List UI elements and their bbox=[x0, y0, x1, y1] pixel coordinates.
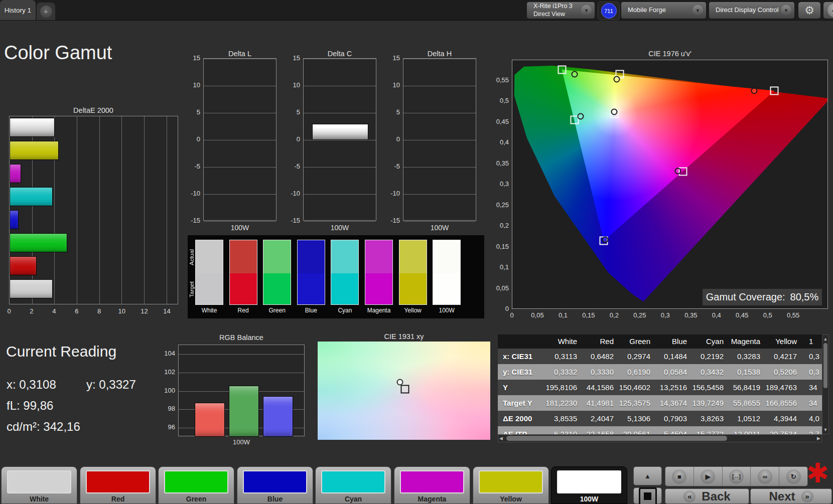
scroll-left-icon[interactable]: ◀ bbox=[499, 435, 503, 442]
gridline bbox=[304, 194, 376, 195]
swatch-label: Magenta bbox=[365, 307, 393, 314]
pattern-size-icon: [↔] bbox=[729, 469, 744, 484]
axis-tick-label: 0,45 bbox=[732, 311, 752, 319]
pattern-button-blue[interactable]: Blue bbox=[237, 466, 313, 504]
swatch-label: Blue bbox=[297, 307, 325, 314]
gridline bbox=[403, 140, 476, 140]
table-cell: 15,2772 bbox=[692, 426, 729, 434]
pattern-button-white[interactable]: White bbox=[1, 466, 77, 504]
delta-chart-x-label: 100W bbox=[203, 224, 276, 232]
scroll-thumb[interactable] bbox=[506, 436, 727, 441]
chevron-down-icon: ▼ bbox=[692, 5, 703, 16]
measured-marker-magenta bbox=[674, 168, 681, 175]
pattern-window-button[interactable] bbox=[633, 487, 662, 504]
axis-tick-label: -15 bbox=[282, 217, 300, 224]
axis-tick-label: 0,35 bbox=[681, 311, 701, 319]
scroll-up-icon[interactable]: ▲ bbox=[822, 335, 828, 343]
deltae-bar-100w bbox=[10, 118, 55, 137]
cie1976-diagram bbox=[512, 60, 828, 309]
pattern-size-button[interactable]: [↔] bbox=[722, 467, 751, 486]
table-cell: 5,4504 bbox=[655, 426, 692, 434]
pattern-window-up-button[interactable]: ▲ bbox=[633, 466, 662, 485]
tab-history-1[interactable]: History 1 bbox=[0, 0, 36, 20]
pattern-button-magenta[interactable]: Magenta bbox=[394, 466, 470, 504]
table-corner-cell bbox=[498, 334, 545, 349]
pattern-button-100w[interactable]: 100W bbox=[551, 466, 627, 504]
scroll-down-icon[interactable]: ▼ bbox=[822, 426, 828, 433]
table-cell: 0,5206 bbox=[765, 364, 802, 380]
pattern-button-green[interactable]: Green bbox=[158, 466, 234, 504]
gridline bbox=[204, 86, 276, 86]
delta-chart-delta-c bbox=[303, 58, 376, 221]
axis-tick-label: 0,2 bbox=[604, 311, 624, 319]
table-cell-partial: 34 bbox=[802, 380, 822, 395]
axis-tick-label: 0,05 bbox=[527, 311, 547, 319]
axis-tick-label: 0 bbox=[182, 135, 200, 143]
play-button[interactable]: ▶ bbox=[693, 467, 722, 486]
axis-tick-label: 5 bbox=[282, 108, 300, 116]
calman-asterisk-icon[interactable]: ✱ bbox=[806, 459, 829, 486]
table-cell: 150,4602 bbox=[619, 380, 655, 395]
actual-swatch bbox=[263, 240, 291, 273]
table-cell: 55,8655 bbox=[729, 395, 765, 411]
source-name: Mobile Forge bbox=[628, 6, 666, 14]
meter-select[interactable]: X-Rite i1Pro 3Direct View ▼ bbox=[526, 2, 595, 19]
continuous-read-button[interactable]: ∞ bbox=[750, 467, 779, 486]
table-cell-partial: 0,3 bbox=[802, 349, 822, 364]
delta-chart-x-label: 100W bbox=[303, 224, 376, 232]
axis-tick-label: 15 bbox=[182, 54, 200, 62]
table-cell: 1,0512 bbox=[729, 411, 765, 426]
rgb-balance-chart bbox=[178, 345, 305, 436]
stop-button[interactable]: ■ bbox=[665, 467, 693, 486]
source-select[interactable]: Mobile Forge ▼ bbox=[621, 2, 707, 19]
gridline bbox=[144, 116, 145, 304]
table-cell: 156,5458 bbox=[692, 380, 729, 395]
target-swatch bbox=[230, 273, 257, 304]
swatch-label: Yellow bbox=[399, 307, 427, 314]
table-vertical-scrollbar[interactable]: ▲ ▼ bbox=[822, 334, 829, 434]
pattern-button-cyan[interactable]: Cyan bbox=[315, 466, 391, 504]
pattern-swatch bbox=[479, 470, 543, 493]
axis-tick-label: 0,25 bbox=[489, 201, 509, 209]
axis-tick-label: 0,25 bbox=[630, 311, 650, 319]
table-row-label: Y bbox=[498, 380, 545, 395]
delta-chart-delta-l bbox=[203, 58, 276, 221]
next-label: Next bbox=[769, 489, 795, 503]
target-swatch bbox=[331, 273, 358, 304]
axis-tick-label: 10 bbox=[182, 81, 200, 89]
collapse-panel-button[interactable]: ◀ bbox=[823, 2, 833, 19]
actual-row-label: Actual bbox=[189, 241, 196, 273]
axis-tick-label: -5 bbox=[382, 162, 400, 170]
add-tab-button[interactable]: + bbox=[37, 3, 55, 20]
gridline bbox=[204, 194, 276, 195]
meter-name: X-Rite i1Pro 3 bbox=[533, 3, 573, 11]
swatch-column-green bbox=[263, 240, 291, 305]
back-button[interactable]: « Back bbox=[665, 488, 749, 504]
table-row-label: ΔE ITP bbox=[498, 426, 545, 434]
meter-count-badge[interactable]: 711 bbox=[598, 2, 620, 20]
table-column-header: Yellow bbox=[765, 334, 802, 349]
workflow-select[interactable]: Direct Display Control ▼ bbox=[709, 2, 795, 19]
table-horizontal-scrollbar[interactable]: ◀ ▶ bbox=[498, 434, 822, 442]
swatch-column-blue bbox=[297, 240, 325, 305]
pattern-swatch bbox=[400, 470, 464, 493]
table-column-header: Blue bbox=[655, 334, 692, 349]
table-column-header: Red bbox=[582, 334, 619, 349]
axis-tick-label: -15 bbox=[382, 217, 400, 224]
scroll-right-icon[interactable]: ▶ bbox=[817, 435, 820, 442]
pattern-button-red[interactable]: Red bbox=[80, 466, 156, 504]
next-button[interactable]: Next » bbox=[750, 488, 832, 504]
table-cell: 20,7534 bbox=[765, 426, 802, 434]
gridline bbox=[304, 140, 376, 140]
table-row-label: ΔE 2000 bbox=[498, 411, 545, 426]
table-cell: 0,3330 bbox=[582, 364, 619, 380]
table-cell: 0,3432 bbox=[692, 364, 729, 380]
deltae-bar-magenta bbox=[10, 164, 21, 183]
refresh-button[interactable]: ↻ bbox=[779, 467, 807, 486]
reading-fl: fL: 99,86 bbox=[7, 399, 53, 413]
gridline bbox=[204, 167, 276, 167]
gridline bbox=[77, 116, 77, 304]
scroll-thumb[interactable] bbox=[823, 343, 827, 388]
settings-button[interactable]: ⚙ bbox=[798, 2, 821, 19]
pattern-button-yellow[interactable]: Yellow bbox=[473, 466, 549, 504]
